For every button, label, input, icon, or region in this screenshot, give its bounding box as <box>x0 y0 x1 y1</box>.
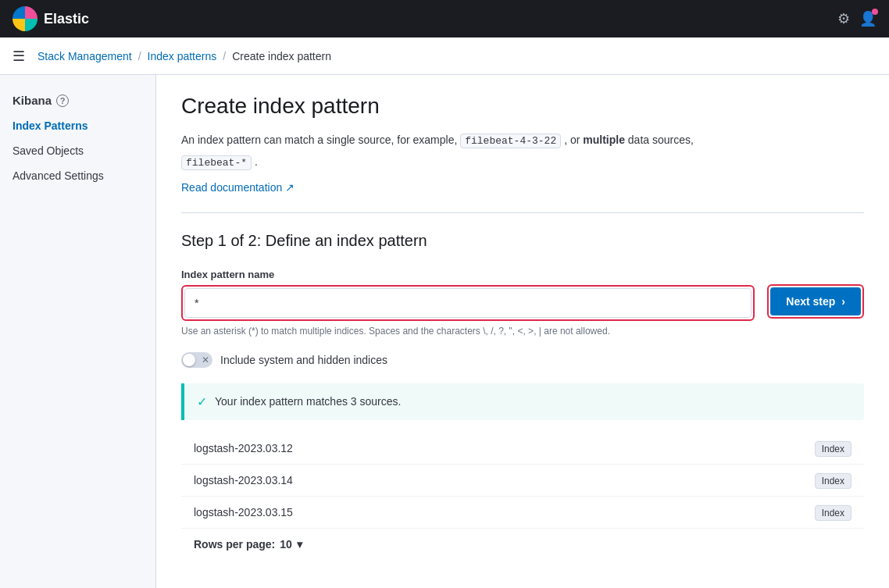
index-name-2: logstash-2023.03.14 <box>181 464 637 496</box>
index-pattern-input[interactable] <box>184 288 752 318</box>
toggle-row: ✕ Include system and hidden indices <box>181 352 864 368</box>
external-link-icon: ↗ <box>285 181 295 194</box>
system-indices-toggle[interactable]: ✕ <box>181 352 212 368</box>
breadcrumb-stack-management[interactable]: Stack Management <box>37 50 132 62</box>
desc-text-2: , or <box>564 134 580 146</box>
field-hint: Use an asterisk (*) to match multiple in… <box>181 326 755 337</box>
elastic-logo-icon <box>12 6 37 31</box>
toggle-x-icon: ✕ <box>202 355 209 365</box>
sidebar-item-index-patterns[interactable]: Index Patterns <box>0 113 155 138</box>
input-wrapper <box>181 285 755 321</box>
sidebar-item-saved-objects[interactable]: Saved Objects <box>0 138 155 163</box>
desc-text-4: . <box>255 155 258 168</box>
table-row: logstash-2023.03.14 Index <box>181 464 864 496</box>
index-badge-3: Index <box>815 505 852 521</box>
index-name-1: logstash-2023.03.12 <box>181 433 637 465</box>
breadcrumb-index-patterns[interactable]: Index patterns <box>148 50 217 62</box>
read-documentation-link[interactable]: Read documentation ↗ <box>181 181 295 194</box>
breadcrumb-sep-1: / <box>138 50 141 62</box>
index-badge-1: Index <box>815 441 852 457</box>
app-name: Elastic <box>44 11 89 27</box>
table-row: logstash-2023.03.12 Index <box>181 433 864 465</box>
rows-per-page[interactable]: Rows per page: 10 ▾ <box>181 529 864 560</box>
help-icon[interactable]: ? <box>56 94 69 107</box>
breadcrumb: Stack Management / Index patterns / Crea… <box>37 50 331 62</box>
field-label: Index pattern name <box>181 269 755 280</box>
main-content: Create index pattern An index pattern ca… <box>156 75 889 588</box>
user-icon[interactable]: 👤 <box>859 10 877 27</box>
desc-text-3: data sources, <box>628 134 694 146</box>
breadcrumb-current: Create index pattern <box>232 50 331 62</box>
page-title: Create index pattern <box>181 94 864 119</box>
description-line-1: An index pattern can match a single sour… <box>181 131 864 150</box>
page-layout: Kibana ? Index Patterns Saved Objects Ad… <box>0 75 889 588</box>
sidebar-section-title: Kibana ? <box>0 87 155 113</box>
index-type-2: Index <box>637 464 864 496</box>
index-type-1: Index <box>637 433 864 465</box>
index-badge-2: Index <box>815 473 852 489</box>
sidebar-section-label: Kibana <box>12 94 52 107</box>
desc-bold: multiple <box>583 134 625 146</box>
hamburger-menu[interactable]: ☰ <box>12 48 25 65</box>
check-icon: ✓ <box>197 394 207 409</box>
elastic-logo[interactable]: Elastic <box>12 6 89 31</box>
next-step-button[interactable]: Next step › <box>770 287 861 315</box>
table-row: logstash-2023.03.15 Index <box>181 496 864 528</box>
chevron-down-icon: ▾ <box>297 538 302 551</box>
sidebar: Kibana ? Index Patterns Saved Objects Ad… <box>0 75 156 588</box>
section-divider <box>181 212 864 213</box>
description-line-2: filebeat-* . <box>181 153 864 172</box>
settings-icon[interactable]: ⚙ <box>837 10 850 27</box>
form-row: Index pattern name Use an asterisk (*) t… <box>181 269 864 337</box>
toggle-label: Include system and hidden indices <box>220 354 387 366</box>
toggle-knob <box>183 354 195 366</box>
breadcrumb-bar: ☰ Stack Management / Index patterns / Cr… <box>0 37 889 75</box>
match-banner: ✓ Your index pattern matches 3 sources. <box>181 383 864 420</box>
index-type-3: Index <box>637 496 864 528</box>
indices-table: logstash-2023.03.12 Index logstash-2023.… <box>181 433 864 529</box>
next-button-wrapper: Next step › <box>767 284 864 319</box>
code-example-1: filebeat-4-3-22 <box>460 134 561 148</box>
chevron-right-icon: › <box>841 295 845 308</box>
rows-per-page-label: Rows per page: <box>194 538 275 551</box>
desc-text-1: An index pattern can match a single sour… <box>181 134 457 146</box>
step-title: Step 1 of 2: Define an index pattern <box>181 232 864 250</box>
rows-per-page-value: 10 <box>280 538 292 551</box>
code-example-2: filebeat-* <box>181 155 252 170</box>
top-navigation: Elastic ⚙ 👤 <box>0 0 889 37</box>
index-name-3: logstash-2023.03.15 <box>181 496 637 528</box>
sidebar-item-advanced-settings[interactable]: Advanced Settings <box>0 163 155 188</box>
match-text: Your index pattern matches 3 sources. <box>215 395 401 408</box>
index-pattern-field: Index pattern name Use an asterisk (*) t… <box>181 269 755 337</box>
breadcrumb-sep-2: / <box>223 50 226 62</box>
